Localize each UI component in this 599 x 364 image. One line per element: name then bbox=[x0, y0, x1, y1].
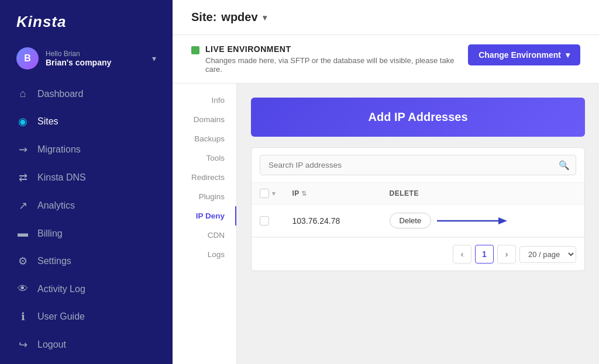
main-panel: Add IP Addresses 🔍 bbox=[237, 84, 599, 364]
user-section[interactable]: B Hello Brian Brian's company ▾ bbox=[0, 41, 173, 80]
change-env-chevron-icon: ▾ bbox=[566, 50, 570, 60]
select-all-checkbox[interactable] bbox=[260, 189, 269, 198]
per-page-select[interactable]: 20 / page bbox=[519, 246, 576, 263]
prev-page-button[interactable]: ‹ bbox=[453, 245, 471, 264]
search-input-wrap: 🔍 bbox=[260, 155, 576, 175]
env-status-dot bbox=[191, 46, 199, 54]
delete-button[interactable]: Delete bbox=[390, 213, 432, 228]
ip-table: ▾ IP ⇅ DELETE bbox=[252, 183, 584, 237]
env-title: LIVE ENVIRONMENT bbox=[205, 44, 468, 54]
sub-nav-logs[interactable]: Logs bbox=[173, 245, 236, 264]
sidebar-item-billing[interactable]: ▬ Billing bbox=[0, 220, 173, 247]
sidebar-item-label: Analytics bbox=[37, 200, 75, 211]
sub-nav-info[interactable]: Info bbox=[173, 91, 236, 110]
activity-log-icon: 👁 bbox=[16, 283, 29, 295]
add-ip-label: Add IP Addresses bbox=[368, 110, 467, 123]
search-bar-row: 🔍 bbox=[252, 148, 584, 183]
current-page-button[interactable]: 1 bbox=[475, 245, 494, 264]
site-name: wpdev bbox=[221, 11, 257, 24]
sub-nav-backups[interactable]: Backups bbox=[173, 129, 236, 148]
sub-nav-ip-deny[interactable]: IP Deny bbox=[173, 206, 236, 226]
sub-nav-redirects[interactable]: Redirects bbox=[173, 168, 236, 187]
env-description: Changes made here, via SFTP or the datab… bbox=[205, 56, 468, 74]
home-icon: ⌂ bbox=[16, 88, 29, 100]
sidebar-item-analytics[interactable]: ↗ Analytics bbox=[0, 192, 173, 220]
migrations-icon: ⇝ bbox=[16, 143, 29, 156]
sidebar-item-label: Dashboard bbox=[37, 89, 83, 99]
logout-icon: ↪ bbox=[16, 338, 29, 351]
main-area: Site: wpdev ▾ LIVE ENVIRONMENT Changes m… bbox=[173, 0, 599, 364]
billing-icon: ▬ bbox=[16, 227, 29, 240]
sites-icon: ◉ bbox=[16, 115, 29, 128]
sidebar-item-sites[interactable]: ◉ Sites bbox=[0, 108, 173, 136]
sidebar-item-label: Activity Log bbox=[37, 284, 85, 294]
env-info: LIVE ENVIRONMENT Changes made here, via … bbox=[191, 44, 468, 74]
sidebar-item-label: Migrations bbox=[37, 144, 81, 155]
checkbox-chevron-icon: ▾ bbox=[272, 190, 276, 197]
sidebar-item-label: Kinsta DNS bbox=[37, 172, 86, 183]
env-text: LIVE ENVIRONMENT Changes made here, via … bbox=[205, 44, 468, 74]
sidebar-item-dashboard[interactable]: ⌂ Dashboard bbox=[0, 80, 173, 108]
user-info: Hello Brian Brian's company bbox=[46, 50, 145, 67]
delete-row: Delete bbox=[390, 213, 576, 228]
delete-column-header: DELETE bbox=[381, 183, 584, 204]
ip-column-header: IP ⇅ bbox=[284, 183, 381, 204]
dns-icon: ⇄ bbox=[16, 171, 29, 184]
sidebar-item-settings[interactable]: ⚙ Settings bbox=[0, 247, 173, 275]
panel-area: Info Domains Backups Tools Redirects Plu… bbox=[173, 84, 599, 364]
site-title[interactable]: Site: wpdev ▾ bbox=[191, 11, 267, 24]
change-environment-button[interactable]: Change Environment ▾ bbox=[468, 44, 580, 65]
sidebar-item-label: Sites bbox=[37, 116, 58, 127]
checkbox-header: ▾ bbox=[252, 183, 284, 204]
analytics-icon: ↗ bbox=[16, 199, 29, 212]
user-company: Brian's company bbox=[46, 58, 145, 67]
sidebar-item-kinsta-dns[interactable]: ⇄ Kinsta DNS bbox=[0, 164, 173, 192]
avatar: B bbox=[16, 47, 39, 70]
sidebar-item-label: Billing bbox=[37, 228, 63, 239]
user-chevron-icon: ▾ bbox=[152, 54, 156, 63]
site-chevron-icon: ▾ bbox=[263, 13, 267, 22]
sidebar-item-label: Logout bbox=[37, 339, 66, 350]
user-greeting: Hello Brian bbox=[46, 50, 145, 58]
site-label: Site: bbox=[191, 11, 216, 24]
sub-nav-tools[interactable]: Tools bbox=[173, 148, 236, 168]
sidebar-item-label: Settings bbox=[37, 256, 71, 266]
search-icon: 🔍 bbox=[559, 160, 570, 171]
row-checkbox-cell bbox=[252, 204, 284, 237]
sidebar-item-label: User Guide bbox=[37, 311, 85, 322]
arrow-annotation bbox=[437, 214, 507, 228]
sub-nav-plugins[interactable]: Plugins bbox=[173, 187, 236, 206]
sidebar-item-logout[interactable]: ↪ Logout bbox=[0, 331, 173, 359]
environment-banner: LIVE ENVIRONMENT Changes made here, via … bbox=[173, 35, 599, 84]
main-header: Site: wpdev ▾ bbox=[173, 0, 599, 35]
sidebar: Kinsta B Hello Brian Brian's company ▾ ⌂… bbox=[0, 0, 173, 364]
row-checkbox[interactable] bbox=[260, 216, 269, 226]
ip-value: 103.76.24.78 bbox=[284, 204, 381, 237]
table-header-row: ▾ IP ⇅ DELETE bbox=[252, 183, 584, 204]
sidebar-item-activity-log[interactable]: 👁 Activity Log bbox=[0, 275, 173, 303]
sidebar-item-user-guide[interactable]: ℹ User Guide bbox=[0, 303, 173, 331]
sidebar-item-migrations[interactable]: ⇝ Migrations bbox=[0, 136, 173, 164]
content-area: LIVE ENVIRONMENT Changes made here, via … bbox=[173, 35, 599, 364]
pagination-row: ‹ 1 › 20 / page bbox=[252, 237, 584, 271]
next-page-button[interactable]: › bbox=[497, 245, 516, 264]
logo: Kinsta bbox=[0, 0, 173, 41]
svg-marker-1 bbox=[498, 217, 507, 224]
delete-cell: Delete bbox=[381, 204, 584, 237]
ip-sort-icon[interactable]: ⇅ bbox=[301, 190, 307, 197]
user-guide-icon: ℹ bbox=[16, 310, 29, 323]
table-row: 103.76.24.78 Delete bbox=[252, 204, 584, 237]
sub-nav-domains[interactable]: Domains bbox=[173, 110, 236, 129]
sub-nav: Info Domains Backups Tools Redirects Plu… bbox=[173, 84, 237, 364]
settings-icon: ⚙ bbox=[16, 255, 29, 268]
sub-nav-cdn[interactable]: CDN bbox=[173, 226, 236, 245]
add-ip-banner[interactable]: Add IP Addresses bbox=[251, 98, 585, 137]
search-input[interactable] bbox=[260, 155, 576, 175]
ip-table-card: 🔍 ▾ bbox=[251, 147, 585, 271]
